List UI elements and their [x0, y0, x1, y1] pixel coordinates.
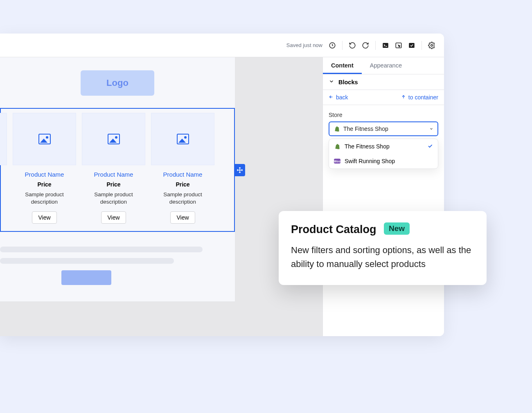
blocks-section-header[interactable]: Blocks — [323, 74, 444, 90]
chevron-down-icon — [429, 126, 433, 132]
back-label: back — [336, 94, 348, 101]
product-image-placeholder — [0, 113, 7, 165]
panel-tabs: Content Appearance — [323, 57, 444, 74]
toolbar-separator — [342, 41, 343, 50]
store-option[interactable]: The Fitness Shop — [329, 139, 438, 154]
check-icon — [427, 143, 433, 150]
product-price: Price — [151, 181, 214, 188]
to-container-link[interactable]: to container — [401, 94, 438, 101]
logo-placeholder[interactable]: Logo — [81, 70, 154, 96]
product-price: Price — [0, 181, 7, 188]
image-icon — [177, 134, 189, 144]
toolbar-separator — [422, 41, 422, 50]
svg-rect-1 — [383, 43, 388, 48]
product-name: Product Name — [151, 171, 214, 178]
chevron-down-icon — [329, 79, 334, 85]
undo-icon[interactable] — [346, 39, 359, 52]
product-name: Product Name — [82, 171, 145, 178]
svg-point-4 — [431, 44, 433, 46]
view-button[interactable]: View — [101, 211, 126, 224]
product-card[interactable]: Product Name Price Sample product descri… — [151, 113, 214, 224]
tab-content[interactable]: Content — [323, 57, 362, 74]
product-name: Product Name — [13, 171, 76, 178]
product-description: Sample product description — [151, 191, 214, 206]
placeholder-line — [0, 247, 203, 252]
promo-title: Product Catalog — [291, 223, 376, 236]
product-card[interactable]: Product Name Price Sample product descri… — [13, 113, 76, 224]
product-description: Sample product description — [82, 191, 145, 206]
product-name: Product Name — [0, 171, 7, 178]
placeholder-line — [0, 258, 174, 264]
side-panel: Content Appearance Blocks back to contai… — [322, 57, 444, 336]
gear-icon[interactable] — [425, 39, 438, 52]
store-select-value: The Fitness Shop — [343, 126, 388, 132]
store-field-label: Store — [329, 112, 438, 118]
product-card[interactable]: Product Name Price Sample product descri… — [0, 113, 7, 224]
terminal-icon[interactable] — [379, 39, 392, 52]
product-catalog-block[interactable]: Product Name Price Sample product descri… — [0, 108, 235, 232]
arrow-left-icon — [329, 94, 334, 101]
button-placeholder — [61, 270, 111, 285]
to-container-label: to container — [408, 94, 438, 101]
product-price: Price — [82, 181, 145, 188]
saved-status: Saved just now — [286, 42, 322, 48]
store-option-label: Swift Running Shop — [345, 158, 395, 164]
new-badge: New — [384, 222, 410, 235]
store-select[interactable]: The Fitness Shop — [329, 121, 438, 136]
checklist-icon[interactable] — [405, 39, 418, 52]
store-dropdown: The Fitness Shop Woo Swift Running Shop — [329, 139, 438, 169]
editor-toolbar: Saved just now — [0, 34, 444, 57]
store-option[interactable]: Woo Swift Running Shop — [329, 154, 438, 168]
product-image-placeholder — [82, 113, 145, 165]
store-option-label: The Fitness Shop — [345, 143, 390, 150]
woocommerce-icon: Woo — [334, 159, 340, 164]
back-link[interactable]: back — [329, 94, 348, 101]
promo-card: Product Catalog New New filters and sort… — [279, 211, 487, 285]
shopify-icon — [334, 126, 340, 132]
product-image-placeholder — [151, 113, 214, 165]
inspect-icon[interactable] — [392, 39, 405, 52]
editor-window: Saved just now Logo — [0, 34, 444, 336]
breadcrumb: back to container — [323, 90, 444, 105]
shopify-icon — [334, 143, 340, 150]
redo-icon[interactable] — [359, 39, 372, 52]
image-icon — [108, 134, 120, 144]
product-description: Sample product description — [0, 191, 7, 206]
canvas-area[interactable]: Logo Product Name Price Sample product d… — [0, 57, 322, 336]
product-image-placeholder — [13, 113, 76, 165]
view-button[interactable]: View — [170, 211, 195, 224]
arrow-up-icon — [401, 94, 406, 101]
promo-body: New filters and sorting options, as well… — [291, 243, 474, 271]
canvas-page[interactable]: Logo Product Name Price Sample product d… — [0, 57, 235, 301]
svg-rect-3 — [409, 43, 415, 48]
view-button[interactable]: View — [32, 211, 56, 224]
history-icon[interactable] — [326, 39, 339, 52]
tab-appearance[interactable]: Appearance — [362, 57, 410, 74]
text-placeholder — [0, 247, 235, 285]
product-card[interactable]: Product Name Price Sample product descri… — [82, 113, 145, 224]
product-price: Price — [13, 181, 76, 188]
product-description: Sample product description — [13, 191, 76, 206]
move-handle-icon[interactable] — [234, 164, 245, 176]
image-icon — [38, 134, 51, 144]
toolbar-separator — [375, 41, 376, 50]
blocks-label: Blocks — [338, 79, 358, 85]
